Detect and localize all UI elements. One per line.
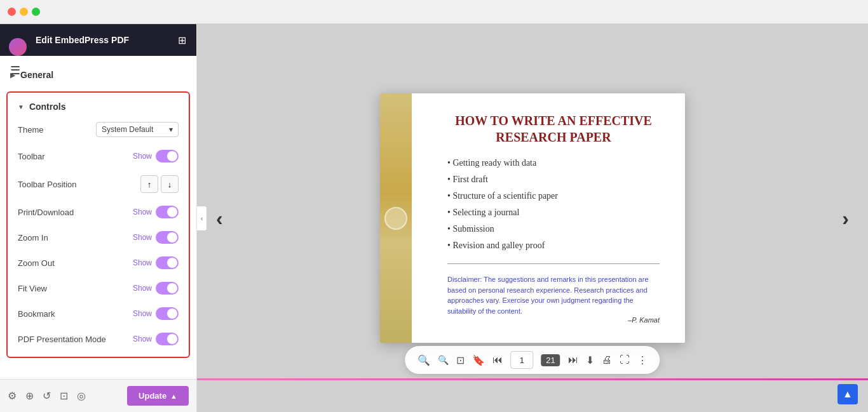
scroll-to-top-button[interactable]: ▲ bbox=[837, 384, 858, 404]
last-page-button[interactable]: ⏭ bbox=[568, 354, 578, 366]
theme-row: Theme System Default ▾ bbox=[13, 116, 184, 143]
pdf-title: HOW TO WRITE AN EFFECTIVERESEARCH PAPER bbox=[447, 112, 660, 145]
pdf-presentation-toggle-wrapper: Show bbox=[133, 333, 179, 345]
general-label: General bbox=[20, 70, 53, 80]
chevron-up-icon: ▲ bbox=[170, 392, 177, 400]
sidebar: Edit EmbedPress PDF ⊞ ☰ ▶ General ▼ Cont… bbox=[0, 24, 197, 412]
pdf-presentation-toggle[interactable] bbox=[156, 333, 179, 345]
zoom-out-toggle[interactable] bbox=[156, 256, 179, 269]
close-button[interactable] bbox=[8, 8, 16, 16]
zoom-in-toggle-wrapper: Show bbox=[133, 231, 179, 244]
up-arrow-icon: ↑ bbox=[147, 180, 152, 189]
total-pages: 21 bbox=[541, 354, 560, 366]
more-options-button[interactable]: ⋮ bbox=[637, 354, 648, 366]
zoom-in-toggle[interactable] bbox=[156, 231, 179, 244]
pdf-spine bbox=[380, 93, 412, 343]
print-download-row: Print/Download Show bbox=[13, 199, 184, 225]
fit-page-button[interactable]: ⊡ bbox=[456, 354, 465, 366]
bullet-4: Selecting a journal bbox=[447, 208, 660, 218]
bookmark-toggle-wrapper: Show bbox=[133, 307, 179, 320]
zoom-out-row: Zoom Out Show bbox=[13, 250, 184, 276]
bullet-5: Submission bbox=[447, 224, 660, 234]
previous-page-button[interactable]: ‹ bbox=[210, 200, 229, 236]
bookmark-toggle-text: Show bbox=[133, 309, 152, 318]
current-page-input[interactable] bbox=[510, 351, 533, 369]
position-down-button[interactable]: ↓ bbox=[161, 175, 179, 193]
pdf-presentation-label: PDF Presentation Mode bbox=[18, 335, 106, 344]
pdf-author: –P. Kamat bbox=[447, 316, 660, 324]
theme-value: System Default bbox=[102, 125, 153, 134]
print-download-toggle[interactable] bbox=[156, 206, 179, 218]
zoom-out-toggle-text: Show bbox=[133, 258, 152, 267]
theme-dropdown[interactable]: System Default ▾ bbox=[96, 122, 179, 137]
history-icon[interactable]: ↺ bbox=[43, 390, 51, 402]
controls-header[interactable]: ▼ Controls bbox=[13, 98, 184, 116]
pdf-content: HOW TO WRITE AN EFFECTIVERESEARCH PAPER … bbox=[437, 112, 660, 324]
title-bar bbox=[0, 0, 868, 24]
layers-icon[interactable]: ⊕ bbox=[25, 390, 34, 402]
zoom-in-label: Zoom In bbox=[18, 233, 48, 243]
bookmark-label: Bookmark bbox=[18, 309, 55, 319]
download-button[interactable]: ⬇ bbox=[586, 354, 594, 366]
fit-view-label: Fit View bbox=[18, 284, 47, 293]
sidebar-content: ▶ General ▼ Controls Theme System Defaul… bbox=[0, 56, 196, 379]
fit-view-toggle[interactable] bbox=[156, 282, 179, 295]
general-section-header[interactable]: ▶ General bbox=[0, 63, 196, 86]
sidebar-header: Edit EmbedPress PDF ⊞ bbox=[0, 24, 196, 56]
update-button[interactable]: Update ▲ bbox=[127, 386, 189, 406]
toolbar-toggle-text: Show bbox=[133, 152, 152, 161]
eye-icon[interactable]: ◎ bbox=[77, 390, 86, 402]
position-up-button[interactable]: ↑ bbox=[140, 175, 158, 193]
toolbar-position-row: Toolbar Position ↑ ↓ bbox=[13, 169, 184, 199]
update-label: Update bbox=[139, 391, 166, 401]
pdf-presentation-row: PDF Presentation Mode Show bbox=[13, 326, 184, 352]
theme-label: Theme bbox=[18, 125, 43, 135]
hamburger-icon[interactable]: ☰ bbox=[10, 63, 20, 77]
toolbar-row: Toolbar Show bbox=[13, 143, 184, 169]
settings-icon[interactable]: ⚙ bbox=[8, 390, 17, 402]
fullscreen-button[interactable]: ⛶ bbox=[620, 354, 630, 366]
embedpress-logo bbox=[9, 38, 27, 56]
print-download-toggle-wrapper: Show bbox=[133, 206, 179, 218]
pdf-viewer-toolbar: 🔍 🔍 ⊡ 🔖 ⏮ 21 ⏭ ⬇ 🖨 ⛶ ⋮ bbox=[405, 346, 660, 374]
pink-accent-line bbox=[197, 378, 868, 380]
next-page-button[interactable]: › bbox=[836, 200, 855, 236]
sidebar-bottom: ⚙ ⊕ ↺ ⊡ ◎ Update ▲ bbox=[0, 379, 196, 412]
print-button[interactable]: 🖨 bbox=[602, 354, 612, 366]
toolbar-toggle-wrapper: Show bbox=[133, 150, 179, 163]
down-arrow-icon: ↓ bbox=[168, 180, 172, 189]
zoom-out-toolbar-button[interactable]: 🔍 bbox=[438, 355, 449, 365]
controls-section: ▼ Controls Theme System Default ▾ Toolba… bbox=[6, 91, 190, 358]
first-page-button[interactable]: ⏮ bbox=[492, 354, 503, 366]
pdf-preview: HOW TO WRITE AN EFFECTIVERESEARCH PAPER … bbox=[380, 93, 685, 343]
print-download-toggle-text: Show bbox=[133, 208, 152, 216]
collapse-sidebar-button[interactable]: ‹ bbox=[197, 206, 207, 231]
toolbar-position-label: Toolbar Position bbox=[18, 180, 77, 189]
zoom-in-toolbar-button[interactable]: 🔍 bbox=[417, 354, 430, 366]
zoom-out-label: Zoom Out bbox=[18, 258, 55, 268]
bullet-2: First draft bbox=[447, 175, 660, 185]
sidebar-title: Edit EmbedPress PDF bbox=[36, 35, 170, 45]
toolbar-toggle[interactable] bbox=[156, 150, 179, 163]
controls-arrow: ▼ bbox=[18, 103, 24, 110]
bullet-1: Getting ready with data bbox=[447, 158, 660, 168]
pdf-spine-circle bbox=[384, 207, 407, 230]
maximize-button[interactable] bbox=[32, 8, 40, 16]
bookmark-toggle[interactable] bbox=[156, 307, 179, 320]
minimize-button[interactable] bbox=[20, 8, 28, 16]
pdf-bullets-list: Getting ready with data First draft Stru… bbox=[447, 158, 660, 251]
fit-view-toggle-wrapper: Show bbox=[133, 282, 179, 295]
main-content: ‹ ‹ HOW TO WRITE AN EFFECTIVERESEARCH PA… bbox=[197, 24, 868, 412]
print-download-label: Print/Download bbox=[18, 208, 74, 217]
toolbar-label: Toolbar bbox=[18, 152, 45, 161]
layout-icon[interactable]: ⊡ bbox=[60, 390, 68, 402]
controls-label: Controls bbox=[29, 102, 66, 112]
grid-icon[interactable]: ⊞ bbox=[178, 34, 186, 46]
toolbar-position-buttons: ↑ ↓ bbox=[140, 175, 179, 193]
zoom-in-toggle-text: Show bbox=[133, 233, 152, 242]
bookmark-row: Bookmark Show bbox=[13, 301, 184, 326]
theme-dropdown-arrow: ▾ bbox=[169, 125, 173, 134]
bookmark-toolbar-button[interactable]: 🔖 bbox=[472, 354, 485, 366]
pdf-disclaimer: Disclaimer: The suggestions and remarks … bbox=[447, 274, 660, 316]
fit-view-row: Fit View Show bbox=[13, 276, 184, 301]
